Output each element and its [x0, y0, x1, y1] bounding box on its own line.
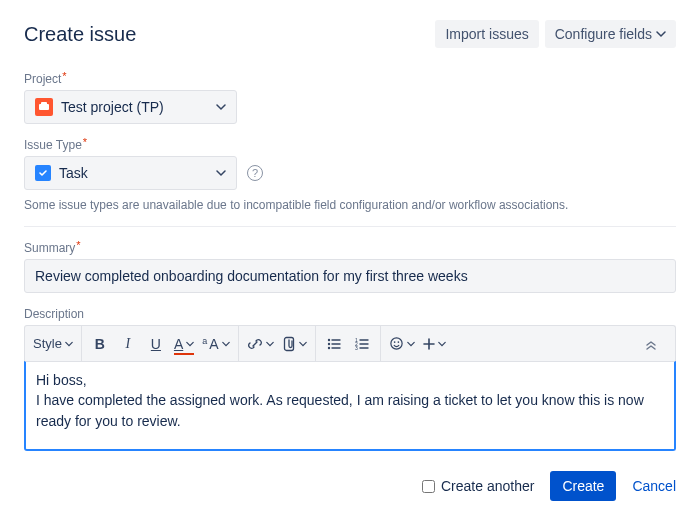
cancel-button[interactable]: Cancel: [632, 478, 676, 494]
issue-type-hint: Some issue types are unavailable due to …: [24, 198, 676, 212]
bullet-list-button[interactable]: [320, 330, 348, 358]
import-issues-label: Import issues: [445, 26, 528, 42]
attachment-button[interactable]: [278, 330, 311, 358]
project-value: Test project (TP): [61, 99, 164, 115]
emoji-icon: [389, 336, 404, 351]
issue-type-label: Issue Type*: [24, 138, 676, 152]
chevron-down-icon: [186, 340, 194, 348]
attachment-icon: [282, 336, 296, 352]
project-label: Project*: [24, 72, 676, 86]
create-button[interactable]: Create: [550, 471, 616, 501]
chevron-down-icon: [407, 340, 415, 348]
description-editor[interactable]: Hi boss, I have completed the assigned w…: [24, 361, 676, 451]
svg-point-4: [327, 342, 329, 344]
numbered-list-button[interactable]: 123: [348, 330, 376, 358]
editor-toolbar: Style B I U A aA: [24, 325, 676, 361]
svg-text:3: 3: [355, 345, 358, 351]
issue-type-select[interactable]: Task: [24, 156, 237, 190]
summary-input[interactable]: [24, 259, 676, 293]
svg-point-11: [397, 341, 399, 343]
task-type-icon: [35, 165, 51, 181]
insert-more-button[interactable]: [419, 330, 450, 358]
svg-point-9: [390, 338, 401, 349]
svg-point-10: [393, 341, 395, 343]
create-another-checkbox[interactable]: [422, 480, 435, 493]
bullet-list-icon: [326, 336, 342, 352]
create-another-label: Create another: [441, 478, 534, 494]
help-icon[interactable]: ?: [247, 165, 263, 181]
double-chevron-up-icon: [644, 337, 658, 351]
import-issues-button[interactable]: Import issues: [435, 20, 538, 48]
chevron-down-icon: [216, 102, 226, 112]
svg-rect-1: [41, 102, 47, 105]
chevron-down-icon: [65, 340, 73, 348]
chevron-down-icon: [299, 340, 307, 348]
divider: [24, 226, 676, 227]
collapse-toolbar-button[interactable]: [637, 330, 665, 358]
configure-fields-button[interactable]: Configure fields: [545, 20, 676, 48]
link-icon: [247, 336, 263, 352]
summary-label: Summary*: [24, 241, 676, 255]
project-select[interactable]: Test project (TP): [24, 90, 237, 124]
chevron-down-icon: [222, 340, 230, 348]
more-formatting-button[interactable]: aA: [198, 330, 233, 358]
chevron-down-icon: [266, 340, 274, 348]
underline-button[interactable]: U: [142, 330, 170, 358]
page-title: Create issue: [24, 23, 136, 46]
chevron-down-icon: [438, 340, 446, 348]
link-button[interactable]: [243, 330, 278, 358]
description-label: Description: [24, 307, 676, 321]
text-color-button[interactable]: A: [170, 330, 198, 358]
style-dropdown[interactable]: Style: [29, 330, 77, 358]
project-avatar-icon: [35, 98, 53, 116]
plus-icon: [423, 338, 435, 350]
svg-point-3: [327, 338, 329, 340]
chevron-down-icon: [216, 168, 226, 178]
bold-button[interactable]: B: [86, 330, 114, 358]
issue-type-value: Task: [59, 165, 88, 181]
chevron-down-icon: [656, 29, 666, 39]
svg-point-5: [327, 346, 329, 348]
create-another-toggle[interactable]: Create another: [422, 478, 534, 494]
italic-button[interactable]: I: [114, 330, 142, 358]
numbered-list-icon: 123: [354, 336, 370, 352]
emoji-button[interactable]: [385, 330, 419, 358]
configure-fields-label: Configure fields: [555, 26, 652, 42]
